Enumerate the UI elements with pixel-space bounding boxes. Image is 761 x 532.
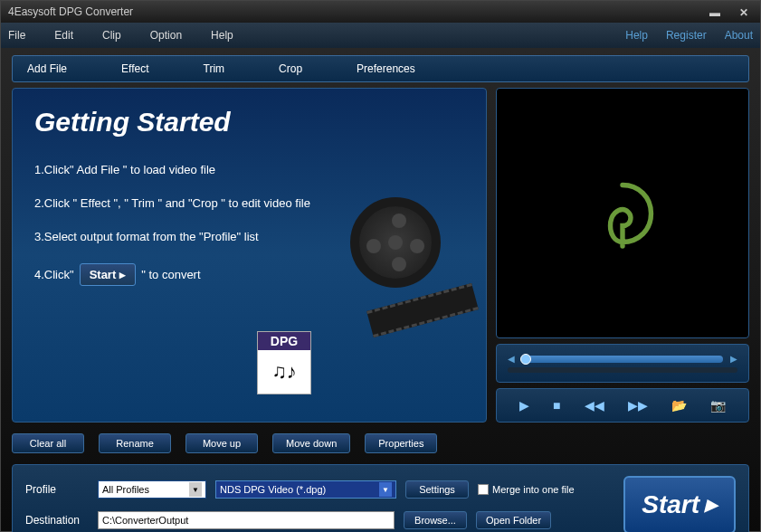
seekbar[interactable]	[522, 356, 723, 363]
app-title: 4Easysoft DPG Converter	[8, 5, 706, 18]
bottom-form: Profile All Profiles ▼ NDS DPG Video (*.…	[25, 480, 611, 529]
prev-button[interactable]: ◀◀	[585, 398, 604, 413]
play-button[interactable]: ▶	[519, 398, 529, 413]
properties-button[interactable]: Properties	[365, 433, 437, 453]
open-folder-button[interactable]: Open Folder	[476, 511, 551, 529]
start-button[interactable]: Start ▶	[623, 476, 736, 532]
open-button[interactable]: 📂	[671, 398, 687, 413]
settings-button[interactable]: Settings	[405, 480, 469, 499]
window-controls: ▬ ✕	[706, 6, 753, 17]
preview-panel: ◀ ▶ ▶ ■ ◀◀ ▶▶ 📂 📷	[496, 88, 749, 423]
inline-start-button[interactable]: Start ▸	[80, 263, 137, 286]
close-icon[interactable]: ✕	[735, 6, 753, 17]
titlebar: 4Easysoft DPG Converter ▬ ✕	[1, 1, 760, 23]
video-preview	[496, 88, 749, 338]
player-controls: ▶ ■ ◀◀ ▶▶ 📂 📷	[496, 388, 749, 423]
seekbar-area: ◀ ▶	[496, 344, 749, 383]
menu-file[interactable]: File	[8, 29, 25, 42]
seekbar-secondary[interactable]	[508, 367, 737, 373]
destination-input[interactable]	[98, 511, 395, 529]
link-register[interactable]: Register	[666, 29, 707, 42]
dpg-file-icon: DPG ♫♪	[257, 331, 311, 394]
dpg-label: DPG	[258, 332, 310, 350]
browse-button[interactable]: Browse...	[404, 511, 467, 529]
toolbar: Add File Effect Trim Crop Preferences	[12, 55, 749, 82]
toolbar-effect[interactable]: Effect	[121, 62, 148, 75]
panels: Getting Started 1.Click" Add File " to l…	[12, 88, 749, 423]
logo-icon	[582, 173, 663, 254]
play-arrow-icon: ▸	[119, 268, 126, 281]
menu-right: Help Register About	[625, 29, 753, 42]
profile-category-combo[interactable]: All Profiles ▼	[98, 480, 206, 499]
bottom-section: Profile All Profiles ▼ NDS DPG Video (*.…	[12, 464, 749, 532]
menubar: File Edit Clip Option Help Help Register…	[1, 23, 760, 48]
step-1: 1.Click" Add File " to load video file	[34, 163, 464, 176]
toolbar-crop[interactable]: Crop	[279, 62, 302, 75]
menu-help[interactable]: Help	[211, 29, 233, 42]
rename-button[interactable]: Rename	[99, 433, 171, 453]
stop-button[interactable]: ■	[553, 398, 560, 413]
menu-edit[interactable]: Edit	[54, 29, 73, 42]
step-4-pre: 4.Click"	[34, 268, 74, 281]
seek-left-icon[interactable]: ◀	[508, 354, 515, 364]
toolbar-trim[interactable]: Trim	[204, 62, 225, 75]
play-arrow-icon: ▶	[705, 495, 718, 515]
toolbar-preferences[interactable]: Preferences	[357, 62, 415, 75]
chevron-down-icon: ▼	[189, 482, 202, 497]
next-button[interactable]: ▶▶	[628, 398, 648, 413]
clear-all-button[interactable]: Clear all	[12, 433, 84, 453]
destination-row: Destination Browse... Open Folder	[25, 511, 611, 529]
seek-right-icon[interactable]: ▶	[730, 354, 737, 364]
menu-clip[interactable]: Clip	[102, 29, 121, 42]
profile-row: Profile All Profiles ▼ NDS DPG Video (*.…	[25, 480, 611, 499]
minimize-icon[interactable]: ▬	[706, 6, 724, 17]
destination-label: Destination	[25, 514, 89, 527]
music-notes-icon: ♫♪	[258, 350, 310, 394]
profile-format-combo[interactable]: NDS DPG Video (*.dpg) ▼	[215, 480, 396, 499]
checkbox-icon	[478, 484, 489, 495]
profile-label: Profile	[25, 483, 89, 496]
link-about[interactable]: About	[725, 29, 753, 42]
snapshot-button[interactable]: 📷	[710, 398, 726, 413]
move-down-button[interactable]: Move down	[272, 433, 350, 453]
getting-started-panel: Getting Started 1.Click" Add File " to l…	[12, 88, 487, 423]
menu-option[interactable]: Option	[150, 29, 182, 42]
merge-checkbox[interactable]: Merge into one file	[478, 484, 575, 495]
move-up-button[interactable]: Move up	[185, 433, 258, 453]
merge-label: Merge into one file	[492, 484, 575, 495]
toolbar-add-file[interactable]: Add File	[27, 62, 67, 75]
link-help[interactable]: Help	[625, 29, 648, 42]
action-button-row: Clear all Rename Move up Move down Prope…	[12, 428, 749, 459]
seek-thumb[interactable]	[520, 354, 531, 365]
main-content: Add File Effect Trim Crop Preferences Ge…	[1, 48, 760, 532]
app-window: 4Easysoft DPG Converter ▬ ✕ File Edit Cl…	[0, 0, 761, 532]
menu-left: File Edit Clip Option Help	[8, 29, 625, 42]
step-4-post: " to convert	[141, 268, 200, 281]
getting-started-title: Getting Started	[34, 107, 464, 138]
film-reel-icon	[350, 197, 468, 315]
chevron-down-icon: ▼	[379, 482, 392, 497]
